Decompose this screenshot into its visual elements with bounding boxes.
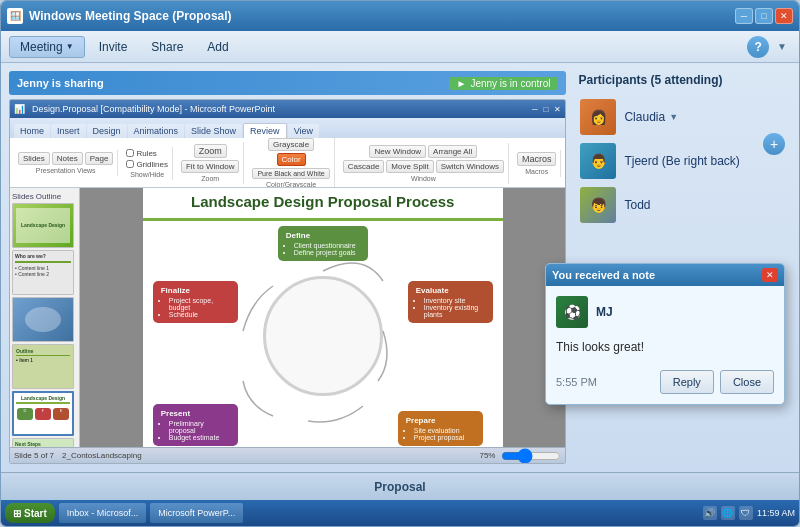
new-window-btn[interactable]: New Window	[369, 145, 426, 158]
avatar-claudia: 👩	[580, 99, 616, 135]
macros-btn[interactable]: Macros	[517, 152, 557, 166]
tab-design[interactable]: Design	[87, 124, 127, 138]
slide-thumb-2[interactable]: Who are we? • Content line 1 • Content l…	[12, 250, 74, 295]
ribbon-content: Slides Notes Page Presentation Views Rul…	[10, 138, 565, 188]
note-footer: 5:55 PM Reply Close	[556, 370, 774, 394]
invite-menu[interactable]: Invite	[89, 37, 138, 57]
fit-to-window-btn[interactable]: Fit to Window	[181, 160, 239, 173]
close-button[interactable]: ✕	[775, 8, 793, 24]
window-controls: ─ □ ✕	[735, 8, 793, 24]
main-window: 🪟 Windows Meeting Space (Proposal) ─ □ ✕…	[0, 0, 800, 527]
ribbon-group-color: Grayscale Color Pure Black and White Col…	[248, 138, 334, 188]
ppt-title: Design.Proposal [Compatibility Mode] - M…	[32, 104, 526, 114]
switch-btn[interactable]: Switch Windows	[436, 160, 504, 173]
note-dialog-title-bar: You received a note ✕	[546, 264, 784, 286]
taskbar-time: 11:59 AM	[757, 508, 795, 518]
ribbon-notes-btn[interactable]: Notes	[52, 152, 83, 165]
content-area: Jenny is sharing ► Jenny is in control 📊…	[1, 63, 799, 472]
help-button[interactable]: ?	[747, 36, 769, 58]
sharing-text: Jenny is sharing	[17, 77, 104, 89]
security-icon[interactable]: 🛡	[739, 506, 753, 520]
zoom-slider[interactable]	[501, 451, 561, 461]
participants-section: 👩 Claudia ▼ 👨 Tjeerd	[574, 95, 791, 227]
participant-tjeerd[interactable]: 👨 Tjeerd (Be right back)	[574, 139, 791, 183]
ribbon-group-macros: Macros Macros	[513, 150, 562, 177]
cascade-btn[interactable]: Cascade	[343, 160, 385, 173]
ribbon-group-rules: Rules Gridlines Show/Hide	[122, 147, 173, 180]
gridlines-checkbox[interactable]	[126, 160, 134, 168]
menu-bar: Meeting ▼ Invite Share Add ? ▼	[1, 31, 799, 63]
note-dialog-title-text: You received a note	[552, 269, 762, 281]
network-icon[interactable]: 🌐	[721, 506, 735, 520]
maximize-button[interactable]: □	[755, 8, 773, 24]
participant-todd[interactable]: 👦 Todd	[574, 183, 791, 227]
slide-thumb-5[interactable]: Landscape Design D F E	[12, 391, 74, 436]
avatar-tjeerd: 👨	[580, 143, 616, 179]
tab-animations[interactable]: Animations	[128, 124, 185, 138]
todd-name: Todd	[624, 198, 785, 212]
start-button[interactable]: ⊞ Start	[5, 503, 55, 523]
reply-button[interactable]: Reply	[660, 370, 714, 394]
grayscale-btn[interactable]: Grayscale	[268, 138, 314, 151]
ppt-close[interactable]: ✕	[554, 105, 561, 114]
control-text: Jenny is in control	[470, 78, 550, 89]
zoom-btn[interactable]: Zoom	[194, 144, 227, 158]
diagram-circle	[263, 276, 383, 396]
slide-title: Landscape Design Proposal Process	[143, 188, 503, 221]
move-split-btn[interactable]: Move Split	[386, 160, 433, 173]
ribbon-page-btn[interactable]: Page	[85, 152, 114, 165]
tab-home[interactable]: Home	[14, 124, 50, 138]
participant-claudia[interactable]: 👩 Claudia ▼	[574, 95, 791, 139]
color-btn[interactable]: Color	[277, 153, 306, 166]
app-icon: 🪟	[7, 8, 23, 24]
close-note-button[interactable]: Close	[720, 370, 774, 394]
ppt-minimize[interactable]: ─	[532, 105, 538, 114]
slide-thumb-6[interactable]: Next Steps • Step 1 • Step 2	[12, 438, 74, 447]
taskbar: ⊞ Start Inbox - Microsof... Microsoft Po…	[1, 500, 799, 526]
minimize-button[interactable]: ─	[735, 8, 753, 24]
volume-icon[interactable]: 🔊	[703, 506, 717, 520]
ribbon-slides-btn[interactable]: Slides	[18, 152, 50, 165]
slide-thumb-1[interactable]: Landscape Design	[12, 203, 74, 248]
avatar-todd: 👦	[580, 187, 616, 223]
zoom-level: 75%	[479, 451, 495, 460]
box-finalize: Finalize Project scope, budget Schedule	[153, 281, 238, 323]
slide-content: Landscape Design Proposal Process	[143, 188, 503, 447]
ribbon-group-window: New Window Arrange All Cascade Move Spli…	[339, 143, 509, 184]
note-sender-name: MJ	[596, 305, 613, 319]
note-dialog-close[interactable]: ✕	[762, 268, 778, 282]
sharing-bar: Jenny is sharing ► Jenny is in control	[9, 71, 566, 95]
box-present: Present Preliminary proposal Budget esti…	[153, 404, 238, 446]
tab-view[interactable]: View	[288, 124, 319, 138]
tab-slideshow[interactable]: Slide Show	[185, 124, 242, 138]
ribbon-group-zoom: Zoom Fit to Window Zoom	[177, 142, 244, 184]
slide-thumb-4[interactable]: Outline • Item 1	[12, 344, 74, 389]
bw-btn[interactable]: Pure Black and White	[252, 168, 329, 179]
taskbar-powerpoint[interactable]: Microsoft PowerP...	[150, 503, 243, 523]
outline-tab-label[interactable]: Outline	[36, 192, 61, 201]
expand-button[interactable]: ▼	[773, 39, 791, 54]
claudia-name: Claudia ▼	[624, 110, 785, 124]
add-menu[interactable]: Add	[197, 37, 238, 57]
slides-tab-label[interactable]: Slides	[12, 192, 34, 201]
ppt-maximize[interactable]: □	[544, 105, 549, 114]
bottom-bar: Proposal	[1, 472, 799, 500]
slide-panel: Slides Outline Landscape Design Who are …	[10, 188, 80, 447]
meeting-menu[interactable]: Meeting ▼	[9, 36, 85, 58]
tab-review[interactable]: Review	[243, 123, 287, 138]
ribbon-group-slides: Slides Notes Page Presentation Views	[14, 150, 118, 176]
note-sender-avatar: ⚽	[556, 296, 588, 328]
note-buttons: Reply Close	[660, 370, 774, 394]
slide-thumb-3[interactable]	[12, 297, 74, 342]
ruler-checkbox[interactable]	[126, 149, 134, 157]
tab-insert[interactable]: Insert	[51, 124, 86, 138]
claudia-arrow: ▼	[669, 112, 678, 122]
share-menu[interactable]: Share	[141, 37, 193, 57]
taskbar-inbox[interactable]: Inbox - Microsof...	[59, 503, 147, 523]
box-evaluate: Evaluate Inventory site Inventory existi…	[408, 281, 493, 323]
meeting-arrow: ▼	[66, 42, 74, 51]
right-panel: Participants (5 attending) 👩 Claudia ▼	[574, 63, 799, 472]
ppt-statusbar: Slide 5 of 7 2_ContosLandscaping 75%	[10, 447, 565, 463]
add-participant-button[interactable]: +	[763, 133, 785, 155]
arrange-all-btn[interactable]: Arrange All	[428, 145, 477, 158]
